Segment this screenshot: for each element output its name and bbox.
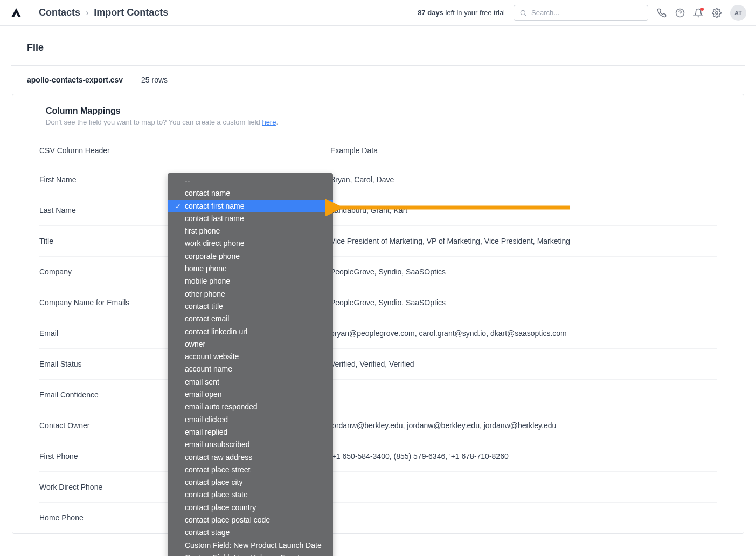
example-data-cell: jordanw@berkley.edu, jordanw@berkley.edu… (330, 421, 717, 430)
csv-header-cell: First Name (39, 175, 179, 184)
chevron-right-icon: › (86, 8, 88, 18)
csv-header-cell: Email Confidence (39, 390, 179, 399)
csv-header-cell: Title (39, 237, 179, 245)
mappings-title: Column Mappings (46, 106, 710, 116)
create-custom-field-link[interactable]: here (262, 118, 276, 126)
dropdown-option[interactable]: work direct phone (168, 237, 333, 250)
svg-line-1 (525, 14, 526, 16)
dropdown-option[interactable]: contact place postal code (168, 514, 333, 526)
header-csv-column: CSV Column Header (39, 146, 179, 155)
example-data-cell: PeopleGrove, Syndio, SaaSOptics (330, 267, 717, 276)
csv-header-cell: Company (39, 267, 179, 276)
table-row: Company Name for EmailsPeopleGrove, Synd… (39, 287, 717, 318)
dropdown-option[interactable]: other phone (168, 288, 333, 300)
csv-header-cell: Email (39, 329, 179, 338)
csv-header-cell: Last Name (39, 206, 179, 215)
dropdown-option[interactable]: contact raw address (168, 451, 333, 464)
dropdown-option[interactable]: email clicked (168, 414, 333, 426)
csv-header-cell: Home Phone (39, 513, 179, 522)
table-row: First NameBryan, Carol, Dave (39, 164, 717, 195)
gear-icon[interactable] (712, 8, 722, 18)
row-count: 25 rows (141, 75, 168, 84)
mappings-card: Column Mappings Don't see the field you … (12, 94, 744, 534)
dropdown-option[interactable]: contact linkedin url (168, 326, 333, 338)
dropdown-option[interactable]: first phone (168, 225, 333, 237)
table-row: Email Confidence (39, 380, 717, 410)
dropdown-option[interactable]: email replied (168, 426, 333, 438)
dropdown-option[interactable]: account name (168, 363, 333, 375)
table-row: Contact Ownerjordanw@berkley.edu, jordan… (39, 410, 717, 441)
bell-icon[interactable] (693, 8, 703, 18)
dropdown-option[interactable]: contact first name (168, 200, 333, 212)
table-row: Email StatusVerified, Verified, Verified (39, 349, 717, 380)
dropdown-option[interactable]: corporate phone (168, 250, 333, 263)
table-row: First Phone'+1 650-584-3400, (855) 579-6… (39, 441, 717, 472)
example-data-cell: Vice President of Marketing, VP of Marke… (330, 237, 717, 245)
dropdown-option[interactable]: owner (168, 338, 333, 351)
dropdown-option[interactable]: contact place state (168, 489, 333, 501)
dropdown-option[interactable]: contact place street (168, 464, 333, 476)
trial-banner: 87 days left in your free trial (418, 9, 505, 17)
file-section-title: File (11, 42, 745, 66)
dropdown-option[interactable]: contact email (168, 313, 333, 325)
table-row: TitleVice President of Marketing, VP of … (39, 226, 717, 257)
example-data-cell: Bryan, Carol, Dave (330, 175, 717, 184)
table-row: CompanyPeopleGrove, Syndio, SaaSOptics (39, 257, 717, 287)
mappings-table: CSV Column Header Example Data First Nam… (12, 136, 744, 533)
app-header: Contacts › Import Contacts 87 days left … (0, 0, 756, 26)
table-row: Emailbryan@peoplegrove.com, carol.grant@… (39, 318, 717, 349)
search-icon (519, 9, 527, 17)
dropdown-option[interactable]: contact stage (168, 526, 333, 539)
dropdown-option[interactable]: contact place city (168, 476, 333, 489)
csv-header-cell: First Phone (39, 452, 179, 461)
mappings-subtitle: Don't see the field you want to map to? … (46, 118, 710, 126)
table-header: CSV Column Header Example Data (39, 136, 717, 164)
csv-header-cell: Contact Owner (39, 421, 179, 430)
dropdown-option[interactable]: contact last name (168, 212, 333, 225)
table-row: Last NameLandaburu, Grant, Kart (39, 195, 717, 226)
dropdown-option[interactable]: email sent (168, 376, 333, 388)
dropdown-option[interactable]: -- (168, 175, 333, 187)
app-logo[interactable] (10, 6, 23, 19)
phone-icon[interactable] (657, 8, 667, 18)
breadcrumb-contacts[interactable]: Contacts (39, 7, 80, 18)
csv-header-cell: Work Direct Phone (39, 483, 179, 491)
notification-dot (700, 8, 704, 11)
breadcrumb-import: Import Contacts (94, 7, 168, 18)
header-example-data: Example Data (330, 146, 717, 155)
example-data-cell: bryan@peoplegrove.com, carol.grant@synd.… (330, 329, 717, 338)
csv-header-cell: Company Name for Emails (39, 298, 179, 307)
dropdown-option[interactable]: contact name (168, 187, 333, 200)
dropdown-option[interactable]: email auto responded (168, 401, 333, 413)
dropdown-option[interactable]: account website (168, 351, 333, 363)
dropdown-option[interactable]: Custom Field: New Product Launch Date (168, 539, 333, 552)
dropdown-option[interactable]: email unsubscribed (168, 438, 333, 451)
example-data-cell: Landaburu, Grant, Kart (330, 206, 717, 215)
dropdown-option[interactable]: mobile phone (168, 275, 333, 287)
dropdown-option[interactable]: home phone (168, 263, 333, 275)
example-data-cell: '+1 650-584-3400, (855) 579-6346, '+1 67… (330, 452, 717, 461)
example-data-cell: Verified, Verified, Verified (330, 360, 717, 368)
search-input[interactable] (531, 9, 642, 17)
table-row: Work Direct Phone (39, 472, 717, 503)
search-box[interactable] (514, 5, 648, 21)
field-mapping-dropdown[interactable]: --contact namecontact first namecontact … (168, 173, 333, 556)
svg-point-0 (521, 10, 525, 15)
svg-point-4 (716, 11, 718, 14)
example-data-cell: PeopleGrove, Syndio, SaaSOptics (330, 298, 717, 307)
avatar[interactable]: AT (730, 5, 746, 21)
uploaded-filename: apollo-contacts-export.csv (27, 75, 123, 84)
dropdown-option[interactable]: email open (168, 388, 333, 401)
dropdown-option[interactable]: Custom Field: New Release Event (168, 552, 333, 556)
dropdown-option[interactable]: contact title (168, 300, 333, 313)
help-icon[interactable] (675, 8, 685, 18)
breadcrumb: Contacts › Import Contacts (39, 7, 168, 18)
csv-header-cell: Email Status (39, 360, 179, 368)
table-row: Home Phone (39, 503, 717, 533)
file-info-row: apollo-contacts-export.csv 25 rows (11, 66, 745, 94)
dropdown-option[interactable]: contact place country (168, 502, 333, 514)
